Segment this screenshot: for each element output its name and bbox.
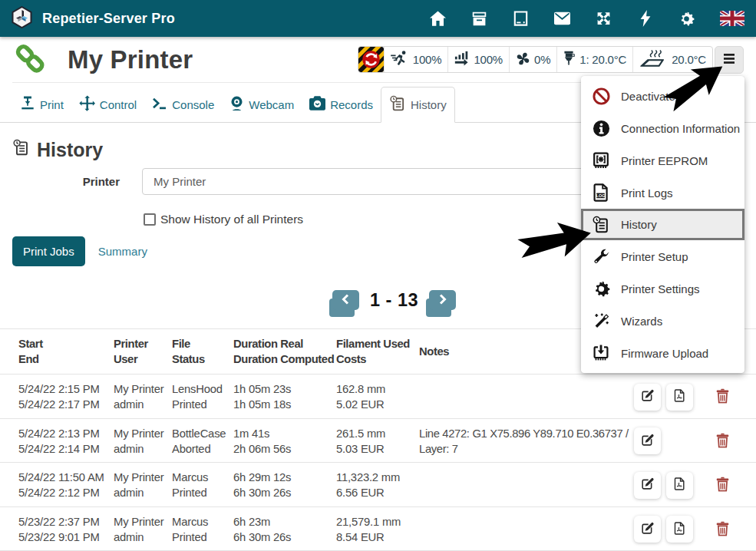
- menu-item-label: History: [621, 218, 657, 231]
- delete-entry-button[interactable]: [715, 433, 730, 450]
- flow-value: 100%: [474, 53, 503, 66]
- uk-flag-icon[interactable]: [720, 11, 744, 27]
- fullscreen-icon[interactable]: [596, 11, 612, 27]
- tab-records[interactable]: Records: [302, 87, 381, 122]
- extruder-status[interactable]: 1: 20.0°C: [556, 47, 632, 72]
- cell-printer-user: My Printeradmin: [114, 374, 172, 419]
- cell-duration: 1m 41s2h 06m 56s: [233, 419, 336, 464]
- bed-status[interactable]: 20.0°C: [632, 47, 712, 72]
- flow-icon: [454, 51, 470, 68]
- table-row: 5/24/22 2:13 PM5/24/22 2:14 PM My Printe…: [0, 419, 756, 464]
- delete-entry-button[interactable]: [715, 388, 730, 405]
- speed-icon: [391, 51, 409, 68]
- log-file-icon: LOG: [591, 183, 611, 203]
- fan-icon: [516, 51, 530, 68]
- print-tab-icon: [20, 96, 35, 113]
- menu-item-firmware-upload[interactable]: Firmware Upload: [581, 337, 744, 369]
- pdf-report-button[interactable]: [666, 516, 693, 543]
- edit-note-button[interactable]: [634, 427, 661, 454]
- cell-start-end: 5/24/22 11:50 AM5/24/22 2:12 PM: [18, 463, 114, 507]
- cell-notes: Line 4272: G1 X75.896 Y89.710 E0.36737 /…: [419, 419, 595, 464]
- menu-item-label: Wizards: [621, 315, 662, 328]
- tab-label: Print: [40, 98, 64, 111]
- svg-text:LOG: LOG: [596, 193, 606, 198]
- col-header-start-end: StartEnd: [18, 336, 114, 367]
- menu-item-printer-setup[interactable]: Printer Setup: [581, 240, 744, 272]
- menu-item-print-logs[interactable]: LOG Print Logs: [581, 177, 744, 209]
- connected-link-icon: [12, 41, 48, 79]
- speed-status[interactable]: 100%: [384, 47, 448, 72]
- menu-item-label: Printer Settings: [621, 282, 700, 295]
- printer-icon[interactable]: [513, 11, 529, 27]
- storage-icon[interactable]: [471, 11, 487, 27]
- tab-print[interactable]: Print: [12, 87, 71, 122]
- app-title: Repetier-Server Pro: [42, 11, 175, 27]
- page-heading-label: History: [37, 139, 103, 161]
- tab-label: History: [411, 98, 447, 111]
- tab-control[interactable]: Control: [71, 87, 144, 122]
- next-page-button[interactable]: [429, 290, 456, 310]
- printer-menu-button[interactable]: [715, 46, 744, 74]
- cell-filament-costs: 261.5 mm5.03 EUR: [336, 419, 419, 464]
- fan-value: 0%: [534, 53, 550, 66]
- firmware-upload-icon: [591, 343, 611, 363]
- mail-icon[interactable]: [554, 11, 570, 27]
- tab-history[interactable]: History: [381, 87, 455, 123]
- delete-entry-button[interactable]: [715, 477, 730, 493]
- cell-filament-costs: 11,323.2 mm6.56 EUR: [336, 463, 419, 507]
- menu-item-connection-information[interactable]: Connection Information: [581, 112, 744, 144]
- menu-item-label: Printer Setup: [621, 250, 688, 263]
- tab-webcam[interactable]: Webcam: [222, 87, 302, 122]
- edit-note-button[interactable]: [634, 472, 661, 499]
- cell-file-status: BottleCaseAborted: [172, 419, 233, 464]
- menu-item-history[interactable]: History: [581, 209, 744, 240]
- menu-item-deactivate[interactable]: Deactivate: [581, 80, 744, 112]
- edit-icon: [640, 388, 655, 405]
- flow-status[interactable]: 100%: [447, 47, 509, 72]
- edit-note-button[interactable]: [634, 384, 661, 411]
- edit-icon: [640, 521, 655, 538]
- trash-icon: [715, 388, 730, 406]
- fan-status[interactable]: 0%: [509, 47, 556, 72]
- show-all-checkbox[interactable]: [144, 213, 156, 226]
- gear-icon[interactable]: [678, 11, 695, 27]
- extruder-value: 1: 20.0°C: [579, 53, 626, 66]
- cell-filament-costs: 162.8 mm5.02 EUR: [336, 374, 419, 419]
- tab-label: Webcam: [249, 98, 294, 111]
- bolt-icon[interactable]: [637, 11, 653, 27]
- speed-value: 100%: [413, 53, 442, 66]
- gear-icon: [591, 279, 611, 299]
- cell-actions: [595, 516, 756, 543]
- trash-icon: [715, 476, 730, 494]
- menu-item-printer-eeprom[interactable]: Printer EEPROM: [581, 144, 744, 177]
- menu-item-printer-settings[interactable]: Printer Settings: [581, 272, 744, 305]
- menu-item-wizards[interactable]: Wizards: [581, 305, 744, 337]
- cell-printer-user: My Printeradmin: [114, 419, 172, 464]
- cell-actions: [595, 384, 756, 411]
- tab-label: Console: [172, 98, 214, 111]
- delete-entry-button[interactable]: [715, 521, 730, 538]
- col-header-printer-user: PrinterUser: [114, 336, 172, 367]
- brand[interactable]: Repetier-Server Pro: [12, 6, 175, 31]
- cell-notes: [419, 390, 595, 404]
- hamburger-icon: [724, 54, 735, 66]
- cell-file-status: MarcusPrinted: [172, 463, 233, 507]
- control-tab-icon: [79, 95, 95, 114]
- pdf-file-icon: [673, 521, 686, 538]
- emergency-stop-button[interactable]: [358, 47, 384, 72]
- edit-note-button[interactable]: [634, 516, 661, 543]
- cell-file-status: LensHoodPrinted: [172, 374, 233, 419]
- print-jobs-button[interactable]: Print Jobs: [12, 236, 85, 266]
- printer-status-bar: 100% 100%: [358, 46, 744, 74]
- summary-button[interactable]: Summary: [98, 245, 147, 258]
- cell-file-status: MarcusPrinted: [172, 507, 233, 551]
- col-header-duration: Duration RealDuration Computed: [233, 336, 336, 367]
- tab-console[interactable]: Console: [144, 87, 222, 122]
- printer-dropdown-menu: Deactivate Connection Information: [581, 76, 744, 373]
- pdf-report-button[interactable]: [666, 472, 693, 499]
- previous-page-button[interactable]: [332, 290, 359, 310]
- pdf-report-button[interactable]: [666, 384, 693, 411]
- home-icon[interactable]: [430, 11, 446, 27]
- cell-filament-costs: 21,579.1 mm8.54 EUR: [336, 507, 419, 551]
- top-navigation: [430, 11, 744, 27]
